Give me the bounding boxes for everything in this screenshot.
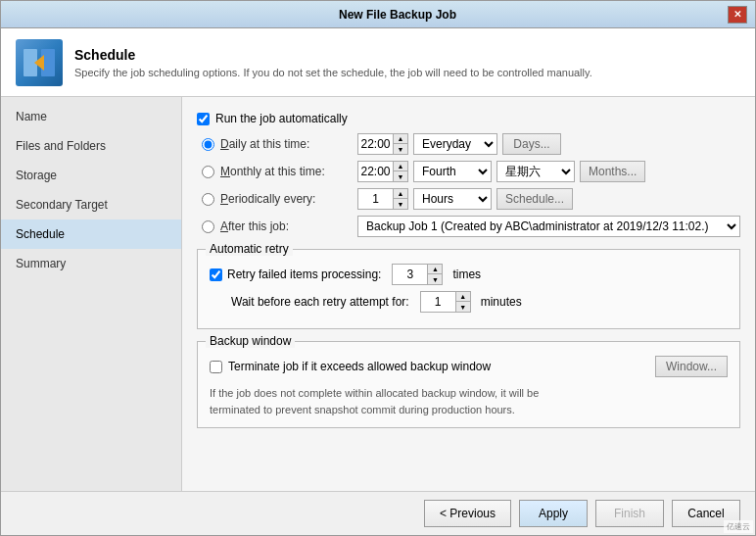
months-button[interactable]: Months...	[580, 161, 645, 182]
monthly-time-up[interactable]: ▲	[394, 162, 407, 171]
days-button[interactable]: Days...	[502, 133, 561, 155]
backup-window-title: Backup window	[206, 334, 295, 348]
after-label[interactable]: After this job:	[220, 219, 357, 233]
wait-unit: minutes	[481, 295, 522, 309]
daily-time-up[interactable]: ▲	[394, 134, 407, 144]
periodic-down[interactable]: ▼	[394, 199, 407, 209]
monthly-time-down[interactable]: ▼	[394, 171, 407, 181]
periodic-radio[interactable]	[202, 193, 214, 206]
monthly-time-spinbox[interactable]: ▲ ▼	[357, 161, 408, 182]
header-description: Specify the job scheduling options. If y…	[74, 67, 592, 78]
title-bar: New File Backup Job ✕	[1, 1, 755, 28]
daily-radio[interactable]	[202, 138, 214, 151]
run-auto-row: Run the job automatically	[197, 112, 740, 125]
wait-value-input[interactable]	[421, 292, 455, 312]
close-button[interactable]: ✕	[728, 6, 747, 24]
radio-group: Daily at this time: ▲ ▼ Everyday Weekday…	[202, 133, 740, 237]
watermark: 亿速云	[724, 520, 753, 533]
schedule-button[interactable]: Schedule...	[496, 188, 573, 210]
sidebar-item-summary[interactable]: Summary	[1, 249, 181, 278]
periodic-controls: ▲ ▼ Hours Minutes Schedule...	[357, 188, 573, 210]
daily-dropdown[interactable]: Everyday Weekdays Weekend	[413, 133, 497, 155]
run-auto-label[interactable]: Run the job automatically	[215, 112, 348, 125]
automatic-retry-box: Automatic retry Retry failed items proce…	[197, 249, 740, 329]
after-radio[interactable]	[202, 220, 214, 233]
periodic-row: Periodically every: ▲ ▼ Hours Minutes	[202, 188, 740, 210]
monthly-label[interactable]: Monthly at this time:	[220, 165, 357, 178]
retry-unit: times	[452, 268, 481, 281]
terminate-row: Terminate job if it exceeds allowed back…	[210, 356, 728, 377]
retry-up[interactable]: ▲	[428, 265, 442, 274]
main-content: Run the job automatically Daily at this …	[182, 97, 755, 491]
terminate-label[interactable]: Terminate job if it exceeds allowed back…	[228, 360, 491, 373]
retry-value-input[interactable]	[393, 265, 427, 284]
retry-value-spinbox[interactable]: ▲ ▼	[392, 264, 443, 285]
retry-label[interactable]: Retry failed items processing:	[227, 268, 381, 281]
window-button[interactable]: Window...	[655, 356, 728, 377]
sidebar-item-name[interactable]: Name	[1, 102, 181, 131]
apply-button[interactable]: Apply	[519, 500, 588, 527]
daily-row: Daily at this time: ▲ ▼ Everyday Weekday…	[202, 133, 740, 155]
window-title: New File Backup Job	[68, 8, 728, 22]
daily-time-input[interactable]	[358, 134, 393, 154]
sidebar: Name Files and Folders Storage Secondary…	[1, 97, 182, 491]
periodic-value-input[interactable]	[358, 189, 393, 209]
retry-down[interactable]: ▼	[428, 274, 442, 284]
sidebar-item-files[interactable]: Files and Folders	[1, 131, 181, 161]
header: Schedule Specify the job scheduling opti…	[1, 28, 755, 97]
sidebar-item-secondary[interactable]: Secondary Target	[1, 190, 181, 219]
daily-controls: ▲ ▼ Everyday Weekdays Weekend Days...	[357, 133, 561, 155]
footer: < Previous Apply Finish Cancel	[1, 491, 755, 535]
wait-row: Wait before each retry attempt for: ▲ ▼ …	[231, 291, 728, 313]
periodic-label[interactable]: Periodically every:	[220, 192, 357, 206]
wait-down[interactable]: ▼	[456, 302, 470, 312]
after-row: After this job: Backup Job 1 (Created by…	[202, 216, 740, 237]
monthly-radio[interactable]	[202, 166, 214, 178]
periodic-value-spinbox[interactable]: ▲ ▼	[357, 188, 408, 210]
sidebar-item-schedule[interactable]: Schedule	[1, 219, 181, 249]
after-controls: Backup Job 1 (Created by ABC\administrat…	[357, 216, 740, 237]
retry-box-title: Automatic retry	[206, 242, 293, 256]
monthly-time-input[interactable]	[358, 162, 393, 181]
terminate-checkbox[interactable]	[210, 361, 222, 373]
header-title: Schedule	[74, 47, 592, 63]
finish-button[interactable]: Finish	[595, 500, 664, 527]
schedule-icon	[16, 39, 63, 86]
monthly-controls: ▲ ▼ First Second Third Fourth Last	[357, 161, 645, 182]
daily-label[interactable]: Daily at this time:	[220, 137, 357, 151]
backup-window-box: Backup window Terminate job if it exceed…	[197, 341, 740, 428]
wait-label: Wait before each retry attempt for:	[231, 295, 409, 309]
daily-time-spinbox[interactable]: ▲ ▼	[357, 133, 408, 155]
periodic-up[interactable]: ▲	[394, 189, 407, 199]
wait-up[interactable]: ▲	[456, 292, 470, 302]
retry-checkbox[interactable]	[210, 268, 222, 281]
monthly-week-dropdown[interactable]: First Second Third Fourth Last	[413, 161, 492, 182]
backup-description: If the job does not complete within allo…	[210, 385, 728, 417]
previous-button[interactable]: < Previous	[424, 500, 511, 527]
after-job-dropdown[interactable]: Backup Job 1 (Created by ABC\administrat…	[357, 216, 740, 237]
monthly-row: Monthly at this time: ▲ ▼ First Second	[202, 161, 740, 182]
wait-value-spinbox[interactable]: ▲ ▼	[420, 291, 471, 313]
monthly-day-dropdown[interactable]: 星期六	[496, 161, 575, 182]
retry-row: Retry failed items processing: ▲ ▼ times	[210, 264, 728, 285]
run-auto-checkbox[interactable]	[197, 113, 210, 125]
daily-time-down[interactable]: ▼	[394, 144, 407, 154]
periodic-unit-dropdown[interactable]: Hours Minutes	[413, 188, 492, 210]
sidebar-item-storage[interactable]: Storage	[1, 161, 181, 190]
